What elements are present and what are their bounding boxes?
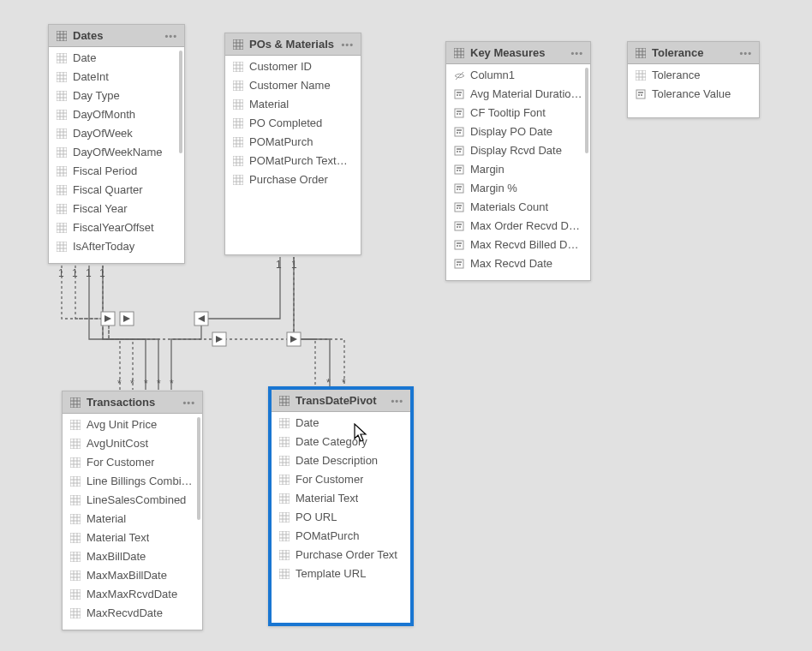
svg-rect-117 bbox=[457, 92, 462, 93]
field-row[interactable]: Date Category bbox=[272, 433, 410, 451]
more-options-icon[interactable]: ••• bbox=[181, 397, 197, 408]
svg-rect-70 bbox=[233, 39, 243, 50]
field-row[interactable]: FiscalYearOffset bbox=[49, 218, 184, 237]
field-row[interactable]: AvgUnitCost bbox=[63, 434, 202, 453]
field-label: Customer Name bbox=[249, 78, 331, 93]
field-row[interactable]: Customer ID bbox=[225, 57, 361, 76]
table-header[interactable]: Key Measures ••• bbox=[446, 42, 590, 64]
more-options-icon[interactable]: ••• bbox=[163, 31, 179, 41]
field-row[interactable]: Purchase Order Text bbox=[272, 546, 410, 564]
field-row[interactable]: Max Order Recvd Days bbox=[446, 217, 590, 236]
svg-rect-151 bbox=[459, 245, 461, 247]
field-row[interactable]: Margin bbox=[446, 160, 590, 179]
field-row[interactable]: Display PO Date bbox=[446, 122, 590, 141]
svg-rect-168 bbox=[638, 94, 640, 96]
svg-rect-245 bbox=[279, 456, 290, 466]
field-row[interactable]: MaxMaxRcvdDate bbox=[63, 585, 202, 604]
field-row[interactable]: Material Text bbox=[272, 489, 410, 508]
field-row[interactable]: Tolerance bbox=[628, 66, 759, 85]
field-row[interactable]: Fiscal Period bbox=[49, 162, 184, 181]
cardinality-many: * bbox=[144, 378, 148, 390]
more-options-icon[interactable]: ••• bbox=[339, 39, 355, 50]
table-pos-materials[interactable]: POs & Materials ••• Customer IDCustomer … bbox=[224, 33, 361, 255]
svg-rect-225 bbox=[70, 608, 81, 618]
field-row[interactable]: IsAfterToday bbox=[49, 237, 184, 256]
scrollbar[interactable] bbox=[179, 51, 182, 153]
field-label: Material bbox=[87, 511, 126, 527]
table-title: TransDatePivot bbox=[296, 394, 377, 407]
svg-rect-185 bbox=[70, 457, 81, 468]
field-row[interactable]: MaxRecvdDate bbox=[63, 604, 202, 623]
more-options-icon[interactable]: ••• bbox=[569, 48, 585, 58]
field-row[interactable]: Purchase Order bbox=[225, 170, 361, 189]
field-row[interactable]: POMatPurch bbox=[272, 527, 410, 546]
svg-rect-135 bbox=[459, 170, 461, 171]
field-row[interactable]: Max Recvd Billed Days bbox=[446, 236, 590, 254]
field-row[interactable]: Template URL bbox=[272, 564, 410, 583]
column-icon bbox=[232, 99, 244, 110]
field-row[interactable]: MaxMaxBillDate bbox=[63, 566, 202, 585]
field-row[interactable]: Display Rcvd Date bbox=[446, 141, 590, 160]
table-transdatepivot[interactable]: TransDatePivot ••• DateDate CategoryDate… bbox=[268, 386, 414, 626]
field-row[interactable]: Avg Material Duration... bbox=[446, 85, 590, 104]
table-transactions[interactable]: Transactions ••• Avg Unit PriceAvgUnitCo… bbox=[62, 391, 203, 630]
field-row[interactable]: POMatPurch bbox=[225, 133, 361, 152]
field-row[interactable]: Day Type bbox=[49, 87, 184, 105]
field-row[interactable]: LineSalesCombined bbox=[63, 491, 202, 510]
field-row[interactable]: DateInt bbox=[49, 68, 184, 87]
field-row[interactable]: For Customer bbox=[63, 453, 202, 472]
field-row[interactable]: PO Completed bbox=[225, 114, 361, 133]
cardinality-many: * bbox=[170, 378, 174, 390]
table-header[interactable]: Dates ••• bbox=[49, 25, 184, 47]
field-row[interactable]: CF Tooltip Font bbox=[446, 104, 590, 122]
field-label: PO URL bbox=[296, 510, 337, 525]
table-header[interactable]: Transactions ••• bbox=[63, 391, 202, 414]
field-row[interactable]: PO URL bbox=[272, 508, 410, 527]
field-row[interactable]: MaxBillDate bbox=[63, 547, 202, 566]
field-row[interactable]: Customer Name bbox=[225, 76, 361, 95]
field-label: Customer ID bbox=[249, 59, 312, 75]
measure-icon bbox=[453, 220, 465, 232]
table-body: Avg Unit PriceAvgUnitCostFor CustomerLin… bbox=[63, 414, 202, 630]
svg-rect-55 bbox=[57, 204, 67, 214]
field-row[interactable]: Tolerance Value bbox=[628, 85, 759, 104]
field-row[interactable]: DayOfWeek bbox=[49, 124, 184, 143]
field-row[interactable]: Line Billings Combined bbox=[63, 472, 202, 491]
field-row[interactable]: Date Description bbox=[272, 451, 410, 470]
field-row[interactable]: DayOfWeekName bbox=[49, 143, 184, 162]
column-icon bbox=[56, 241, 68, 253]
field-row[interactable]: Material bbox=[225, 95, 361, 114]
field-label: MaxMaxBillDate bbox=[87, 568, 167, 583]
field-row[interactable]: Column1 bbox=[446, 66, 590, 85]
field-row[interactable]: Materials Count bbox=[446, 198, 590, 217]
field-row[interactable]: Date bbox=[272, 414, 410, 433]
field-row[interactable]: For Customer bbox=[272, 470, 410, 489]
table-key-measures[interactable]: Key Measures ••• Column1Avg Material Dur… bbox=[445, 41, 591, 281]
svg-rect-15 bbox=[57, 53, 67, 63]
field-row[interactable]: Margin % bbox=[446, 179, 590, 198]
field-row[interactable]: Fiscal Year bbox=[49, 200, 184, 218]
table-header[interactable]: TransDatePivot ••• bbox=[272, 390, 410, 412]
table-tolerance[interactable]: Tolerance ••• ToleranceTolerance Value bbox=[627, 41, 760, 118]
field-label: Date bbox=[73, 51, 96, 66]
svg-rect-123 bbox=[459, 113, 461, 115]
more-options-icon[interactable]: ••• bbox=[737, 48, 754, 58]
column-icon bbox=[69, 419, 81, 431]
field-row[interactable]: Material Text bbox=[63, 529, 202, 547]
table-header[interactable]: Tolerance ••• bbox=[628, 42, 759, 64]
field-row[interactable]: Max Recvd Date bbox=[446, 254, 590, 273]
column-icon bbox=[56, 71, 68, 83]
cardinality-one: 1 bbox=[72, 267, 78, 279]
field-row[interactable]: POMatPurch TextDisp bbox=[225, 152, 361, 170]
field-row[interactable]: DayOfMonth bbox=[49, 105, 184, 124]
scrollbar[interactable] bbox=[585, 68, 588, 153]
more-options-icon[interactable]: ••• bbox=[389, 396, 405, 406]
field-row[interactable]: Date bbox=[49, 49, 184, 68]
field-row[interactable]: Material bbox=[63, 510, 202, 529]
table-header[interactable]: POs & Materials ••• bbox=[225, 33, 361, 56]
scrollbar[interactable] bbox=[197, 417, 200, 520]
column-icon bbox=[56, 128, 68, 140]
field-row[interactable]: Fiscal Quarter bbox=[49, 181, 184, 200]
table-dates[interactable]: Dates ••• DateDateIntDay TypeDayOfMonthD… bbox=[48, 24, 185, 264]
field-row[interactable]: Avg Unit Price bbox=[63, 415, 202, 434]
